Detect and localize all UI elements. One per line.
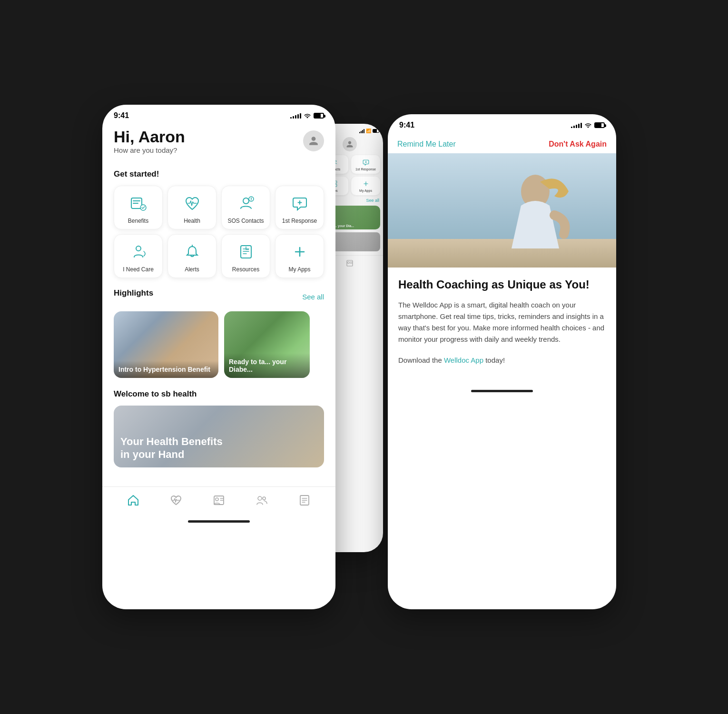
resources-icon xyxy=(236,241,256,262)
grid-item-care[interactable]: I Need Care xyxy=(114,234,163,278)
greeting-name: Hi, Aaron xyxy=(114,128,185,146)
svg-point-19 xyxy=(216,498,218,501)
status-icons-right xyxy=(571,122,605,129)
home-indicator-main xyxy=(188,520,250,523)
grid-row-2: I Need Care Alerts xyxy=(114,234,324,278)
resources-nav-icon xyxy=(298,494,311,507)
promo-title: Health Coaching as Unique as You! xyxy=(398,277,606,292)
community-nav-icon xyxy=(255,494,268,507)
dont-ask-button[interactable]: Don't Ask Again xyxy=(549,140,607,149)
grid-row-1: Benefits Health xyxy=(114,186,324,229)
myapps-label: My Apps xyxy=(288,266,310,273)
nav-health[interactable] xyxy=(155,494,197,507)
alerts-icon xyxy=(182,241,203,262)
highlight-bg-2: Ready to ta... your Diabe... xyxy=(224,311,310,378)
mini-response-label: 1st Response xyxy=(355,168,376,171)
signal-icon xyxy=(290,113,301,119)
battery-icon xyxy=(314,113,324,119)
svg-rect-43 xyxy=(388,239,616,268)
wifi-icon xyxy=(304,112,311,119)
welldoc-link[interactable]: Welldoc App xyxy=(444,356,483,364)
highlight-bg-1: Intro to Hypertension Benefit xyxy=(114,311,218,378)
mini-myapps-label: My Apps xyxy=(359,189,372,192)
get-started-title: Get started! xyxy=(114,169,324,179)
grid-item-response[interactable]: 1st Response xyxy=(275,186,324,229)
download-suffix: today! xyxy=(483,356,505,364)
nav-profile[interactable] xyxy=(197,494,240,507)
avatar-button[interactable] xyxy=(303,130,324,151)
sos-label: SOS Contacts xyxy=(227,218,264,224)
main-content: Hi, Aaron How are you today? Get started… xyxy=(102,128,335,477)
grid-item-alerts[interactable]: Alerts xyxy=(167,234,216,278)
signal-icon-right xyxy=(571,123,582,128)
status-bar-right: 9:41 xyxy=(388,114,616,133)
time-main: 9:41 xyxy=(114,111,129,120)
promo-hero xyxy=(388,153,616,268)
time-right: 9:41 xyxy=(399,121,414,129)
hero-image xyxy=(388,153,616,268)
nav-community[interactable] xyxy=(240,494,283,507)
highlights-header: Highlights See all xyxy=(114,288,324,305)
benefits-icon xyxy=(128,193,149,214)
home-indicator-right xyxy=(471,390,533,392)
greeting-sub: How are you today? xyxy=(114,146,185,154)
phone-right: 9:41 Remind Me Later Don't Ask Again xyxy=(388,114,616,609)
alerts-label: Alerts xyxy=(185,266,199,273)
mini-nav-profile xyxy=(346,259,354,267)
see-all-highlights[interactable]: See all xyxy=(302,293,324,301)
svg-point-4 xyxy=(243,198,249,204)
remind-later-button[interactable]: Remind Me Later xyxy=(397,140,456,149)
svg-point-7 xyxy=(251,200,252,201)
welcome-text: Your Health Benefitsin your Hand xyxy=(120,436,223,461)
grid-item-health[interactable]: Health xyxy=(167,186,216,229)
health-label: Health xyxy=(184,218,200,224)
health-nav-icon xyxy=(169,494,183,507)
welcome-title: Welcome to sb health xyxy=(114,389,324,399)
grid-item-myapps[interactable]: My Apps xyxy=(275,234,324,278)
svg-point-39 xyxy=(347,262,349,264)
mini-response: 1st Response xyxy=(351,155,380,174)
grid-item-sos[interactable]: SOS Contacts xyxy=(221,186,270,229)
highlight-card-hyper[interactable]: Intro to Hypertension Benefit xyxy=(114,311,218,378)
benefits-label: Benefits xyxy=(128,218,148,224)
profile-nav-icon xyxy=(212,494,226,507)
welcome-bg: Your Health Benefitsin your Hand xyxy=(114,406,324,467)
status-bar-main: 9:41 xyxy=(102,105,335,124)
grid-item-benefits[interactable]: Benefits xyxy=(114,186,163,229)
nav-home[interactable] xyxy=(112,494,155,507)
highlight-text-2: Ready to ta... your Diabe... xyxy=(224,353,310,378)
promo-desc: The Welldoc App is a smart, digital heal… xyxy=(398,299,606,345)
phone-main: 9:41 Hi, Aaron H xyxy=(102,105,335,609)
highlights-row: Intro to Hypertension Benefit Ready to t… xyxy=(114,311,324,378)
nav-resources[interactable] xyxy=(283,494,326,507)
health-icon xyxy=(182,193,203,214)
welcome-card[interactable]: Your Health Benefitsin your Hand xyxy=(114,406,324,467)
sos-icon xyxy=(236,193,256,214)
download-text: Download the xyxy=(398,356,444,364)
bottom-nav xyxy=(102,486,335,516)
grid-item-resources[interactable]: Resources xyxy=(221,234,270,278)
wifi-icon-right xyxy=(584,122,592,129)
svg-point-22 xyxy=(258,496,262,500)
svg-point-23 xyxy=(263,497,266,500)
svg-point-10 xyxy=(136,246,141,251)
promo-download: Download the Welldoc App today! xyxy=(398,355,606,366)
status-icons-main xyxy=(290,112,324,119)
battery-icon-right xyxy=(594,122,605,128)
home-nav-icon xyxy=(127,494,140,507)
scene: 9:41 Hi, Aaron H xyxy=(102,105,626,609)
response-label: 1st Response xyxy=(282,218,317,224)
care-label: I Need Care xyxy=(123,266,154,273)
middle-avatar xyxy=(343,137,357,151)
welcome-section: Welcome to sb health Your Health Benefit… xyxy=(114,389,324,467)
greeting-block: Hi, Aaron How are you today? xyxy=(114,128,185,168)
highlights-title: Highlights xyxy=(114,288,153,298)
header-row: Hi, Aaron How are you today? xyxy=(114,128,324,168)
resources-label: Resources xyxy=(232,266,259,273)
response-icon xyxy=(289,193,310,214)
care-icon xyxy=(128,241,149,262)
mini-myapps: My Apps xyxy=(351,177,380,195)
highlight-card-diabetes[interactable]: Ready to ta... your Diabe... xyxy=(224,311,310,378)
highlight-text-1: Intro to Hypertension Benefit xyxy=(114,361,218,378)
promo-header: Remind Me Later Don't Ask Again xyxy=(388,133,616,153)
